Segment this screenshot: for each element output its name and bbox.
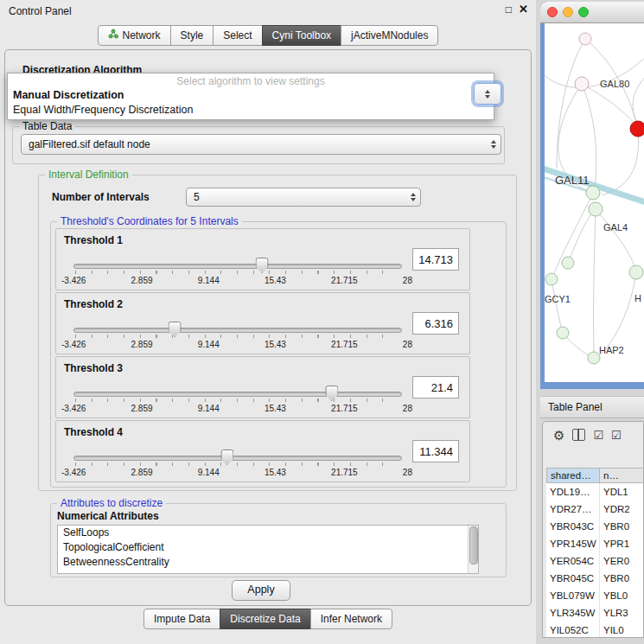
list-item[interactable]: BetweennessCentrality bbox=[58, 555, 478, 570]
table-row[interactable]: YDL19…YDL1 bbox=[546, 483, 644, 501]
close-icon[interactable]: ✕ bbox=[519, 3, 528, 16]
table-row[interactable]: YLR345WYLR3 bbox=[546, 604, 644, 622]
interval-definition-title: Interval Definition bbox=[45, 169, 132, 181]
gear-icon[interactable]: ⚙ bbox=[553, 429, 564, 442]
table-row[interactable]: YER054CYER0 bbox=[546, 552, 644, 570]
number-of-intervals-combo[interactable]: 5 bbox=[186, 188, 421, 207]
slider-track[interactable] bbox=[73, 264, 402, 269]
table-row[interactable]: YBR045CYBR0 bbox=[546, 570, 644, 587]
tab-impute-data[interactable]: Impute Data bbox=[143, 609, 220, 629]
slider-track[interactable] bbox=[73, 392, 402, 397]
table-row[interactable]: YPR145WYPR1 bbox=[546, 535, 644, 552]
threshold-value-field[interactable] bbox=[412, 248, 459, 271]
select-all-checkbox-icon[interactable]: ☑ bbox=[593, 430, 603, 441]
combo-value: 5 bbox=[194, 191, 200, 203]
select-none-checkbox-icon[interactable]: ☑ bbox=[611, 430, 622, 441]
network-node[interactable] bbox=[586, 186, 600, 200]
list-item[interactable]: SelfLoops bbox=[58, 526, 478, 540]
threshold-value-field[interactable] bbox=[412, 440, 459, 462]
tick-label: -3.426 bbox=[61, 276, 86, 285]
tab-discretize-data[interactable]: Discretize Data bbox=[220, 609, 310, 629]
network-edge bbox=[582, 84, 637, 127]
table-row[interactable]: YBL079WYBL0 bbox=[546, 587, 644, 604]
network-node[interactable] bbox=[545, 273, 558, 285]
panel-title: Control Panel bbox=[9, 5, 72, 17]
network-edge bbox=[596, 209, 635, 269]
threshold-slider[interactable]: -3.4262.8599.14415.4321.71528 bbox=[73, 257, 400, 288]
network-node[interactable] bbox=[579, 33, 591, 45]
numeric-attributes-list[interactable]: SelfLoopsTopologicalCoefficientBetweenne… bbox=[57, 525, 479, 574]
network-edge bbox=[557, 39, 585, 169]
network-node[interactable] bbox=[575, 77, 589, 91]
network-node[interactable] bbox=[630, 121, 644, 137]
table-panel-header: Table Panel bbox=[540, 396, 644, 418]
tick-label: 28 bbox=[403, 404, 412, 413]
tick-label: 9.144 bbox=[198, 468, 220, 477]
tick-label: 2.859 bbox=[131, 340, 153, 349]
network-node[interactable] bbox=[557, 327, 569, 339]
threshold-slider[interactable]: -3.4262.8599.14415.4321.71528 bbox=[73, 385, 400, 416]
table-cell: YPR1 bbox=[600, 535, 644, 552]
zoom-traffic-light-icon[interactable] bbox=[578, 7, 589, 17]
tick-label: 15.43 bbox=[265, 404, 286, 413]
threshold-value-field[interactable] bbox=[412, 312, 459, 335]
slider-tickmarks bbox=[75, 335, 399, 338]
algorithm-combo[interactable] bbox=[474, 83, 501, 105]
threshold-slider[interactable]: -3.4262.8599.14415.4321.71528 bbox=[73, 449, 400, 480]
tab-jactivemnodules[interactable]: jActiveMNodules bbox=[341, 25, 438, 46]
bottom-tab-bar: Impute Data Discretize Data Infer Networ… bbox=[0, 609, 536, 629]
threshold-label: Threshold 1 bbox=[64, 234, 123, 246]
tick-label: 2.859 bbox=[131, 468, 153, 477]
scrollbar-thumb[interactable] bbox=[469, 526, 478, 564]
close-traffic-light-icon[interactable] bbox=[547, 7, 558, 17]
table-row[interactable]: YDR27…YDR2 bbox=[546, 501, 644, 518]
network-node[interactable] bbox=[562, 257, 574, 269]
node-label: H bbox=[634, 293, 641, 303]
combo-value: galFiltered.sif default node bbox=[29, 138, 150, 150]
tab-label: Infer Network bbox=[321, 609, 382, 628]
slider-tick-labels: -3.4262.8599.14415.4321.71528 bbox=[61, 340, 412, 349]
popup-option-equal-width-frequency[interactable]: Equal Width/Frequency Discretization bbox=[8, 103, 494, 118]
table-row[interactable]: YIL052CYIL0 bbox=[546, 622, 644, 638]
columns-icon[interactable] bbox=[572, 429, 585, 441]
network-canvas[interactable]: GAL80GAL11GAL4GCY1HHAP2 bbox=[545, 23, 644, 382]
attributes-group-title: Attributes to discretize bbox=[57, 497, 166, 509]
threshold-slider[interactable]: -3.4262.8599.14415.4321.71528 bbox=[73, 321, 400, 352]
list-scrollbar[interactable] bbox=[468, 526, 478, 573]
popup-option-manual-discretization[interactable]: Manual Discretization bbox=[8, 88, 494, 103]
tick-label: 9.144 bbox=[198, 404, 220, 413]
node-label: GAL11 bbox=[555, 174, 590, 187]
tab-infer-network[interactable]: Infer Network bbox=[310, 609, 392, 629]
column-header-shared-name[interactable]: shared… bbox=[546, 468, 600, 483]
apply-button[interactable]: Apply bbox=[232, 580, 290, 601]
slider-track[interactable] bbox=[73, 456, 402, 461]
table-row[interactable]: YBR043CYBR0 bbox=[546, 518, 644, 535]
minimize-traffic-light-icon[interactable] bbox=[563, 7, 573, 17]
network-view-window[interactable]: GAL80GAL11GAL4GCY1HHAP2 bbox=[540, 2, 644, 389]
table-cell: YIL052C bbox=[546, 622, 600, 638]
tick-label: 15.43 bbox=[265, 468, 286, 477]
float-window-icon[interactable]: □ bbox=[506, 3, 512, 16]
list-item[interactable]: TopologicalCoefficient bbox=[58, 540, 478, 555]
tick-label: 21.715 bbox=[331, 340, 358, 349]
threshold-value-field[interactable] bbox=[412, 376, 459, 399]
tab-select[interactable]: Select bbox=[213, 25, 262, 46]
thresholds-group-title: Threshold's Coordinates for 5 Intervals bbox=[57, 215, 242, 227]
tab-label: Discretize Data bbox=[230, 609, 300, 628]
table-data-combo[interactable]: galFiltered.sif default node bbox=[21, 134, 501, 155]
table-cell: YDL1 bbox=[600, 483, 644, 501]
network-node[interactable] bbox=[589, 202, 603, 216]
network-node[interactable] bbox=[588, 352, 600, 364]
network-node[interactable] bbox=[629, 265, 643, 279]
tick-label: -3.426 bbox=[61, 468, 86, 477]
network-window-titlebar[interactable] bbox=[540, 2, 644, 23]
column-header-name[interactable]: n… bbox=[600, 468, 644, 483]
threshold-label: Threshold 4 bbox=[64, 426, 123, 438]
tab-cyni-toolbox[interactable]: Cyni Toolbox bbox=[262, 25, 341, 46]
tab-style[interactable]: Style bbox=[170, 25, 214, 46]
tab-label: jActiveMNodules bbox=[351, 26, 428, 45]
node-label: GCY1 bbox=[545, 294, 571, 304]
tab-network[interactable]: Network bbox=[98, 25, 171, 46]
slider-track[interactable] bbox=[73, 328, 402, 333]
tab-label: Impute Data bbox=[154, 609, 210, 628]
